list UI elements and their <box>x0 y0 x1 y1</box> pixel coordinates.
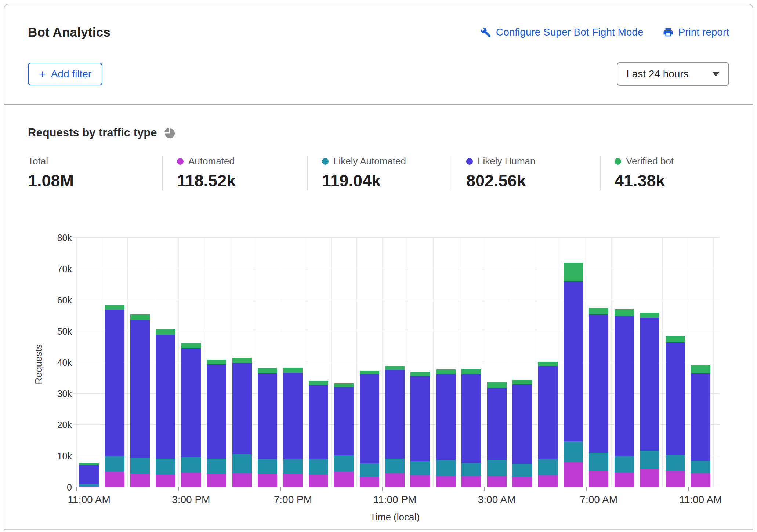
bar-segment-verified-bot[interactable] <box>512 380 532 384</box>
bar-segment-likely-human[interactable] <box>487 388 507 460</box>
stacked-bar[interactable] <box>436 369 456 487</box>
bar-segment-likely-human[interactable] <box>130 320 150 458</box>
bar-segment-automated[interactable] <box>640 469 659 487</box>
bar-segment-automated[interactable] <box>538 475 558 487</box>
bar-segment-likely-human[interactable] <box>640 318 659 450</box>
bar-segment-verified-bot[interactable] <box>666 336 685 342</box>
bar-segment-likely-automated[interactable] <box>258 459 277 474</box>
stacked-bar[interactable] <box>461 369 481 487</box>
bar-segment-likely-automated[interactable] <box>589 453 608 471</box>
bar-segment-verified-bot[interactable] <box>385 366 405 370</box>
bar-segment-likely-human[interactable] <box>334 387 354 455</box>
bar-segment-likely-automated[interactable] <box>691 461 710 473</box>
bar-segment-verified-bot[interactable] <box>615 309 634 316</box>
stacked-bar[interactable] <box>105 305 124 487</box>
bar-segment-verified-bot[interactable] <box>487 382 507 388</box>
bar-segment-likely-human[interactable] <box>181 348 201 458</box>
bar-segment-likely-automated[interactable] <box>130 458 150 473</box>
bar-segment-verified-bot[interactable] <box>589 308 608 314</box>
bar-segment-automated[interactable] <box>156 474 175 487</box>
bar-segment-likely-automated[interactable] <box>564 441 583 462</box>
bar-segment-likely-automated[interactable] <box>487 460 507 476</box>
time-range-select[interactable]: Last 24 hours <box>617 62 729 86</box>
bar-segment-verified-bot[interactable] <box>207 360 226 365</box>
bar-segment-likely-human[interactable] <box>105 310 124 456</box>
bar-segment-automated[interactable] <box>615 472 634 487</box>
bar-segment-automated[interactable] <box>79 486 99 487</box>
stacked-bar[interactable] <box>130 314 150 487</box>
stacked-bar[interactable] <box>691 365 710 487</box>
bar-segment-likely-human[interactable] <box>564 281 583 441</box>
bar-segment-verified-bot[interactable] <box>181 343 201 348</box>
stacked-bar[interactable] <box>512 380 532 487</box>
bar-segment-likely-automated[interactable] <box>385 459 405 473</box>
bar-segment-verified-bot[interactable] <box>130 314 150 320</box>
stacked-bar[interactable] <box>309 381 328 487</box>
bar-segment-likely-human[interactable] <box>79 465 99 485</box>
bar-segment-likely-human[interactable] <box>385 370 405 458</box>
stacked-bar[interactable] <box>410 372 430 487</box>
stacked-bar[interactable] <box>232 358 252 487</box>
bar-segment-likely-human[interactable] <box>589 314 608 453</box>
bar-segment-likely-human[interactable] <box>666 342 685 455</box>
bar-segment-likely-human[interactable] <box>207 364 226 459</box>
bar-segment-automated[interactable] <box>130 474 150 487</box>
bar-segment-verified-bot[interactable] <box>105 305 124 310</box>
bar-segment-verified-bot[interactable] <box>360 371 379 374</box>
bar-segment-automated[interactable] <box>105 471 124 487</box>
bar-segment-automated[interactable] <box>512 477 532 487</box>
bar-segment-likely-automated[interactable] <box>666 455 685 471</box>
bar-segment-automated[interactable] <box>360 477 379 487</box>
bar-segment-automated[interactable] <box>487 476 507 487</box>
bar-segment-automated[interactable] <box>181 473 201 487</box>
bar-segment-verified-bot[interactable] <box>564 263 583 281</box>
bar-segment-likely-human[interactable] <box>309 385 328 459</box>
stacked-bar[interactable] <box>207 360 226 487</box>
stacked-bar[interactable] <box>666 336 685 487</box>
bar-segment-likely-automated[interactable] <box>512 464 532 477</box>
bar-segment-verified-bot[interactable] <box>640 313 659 318</box>
bar-segment-verified-bot[interactable] <box>436 369 456 374</box>
bar-segment-automated[interactable] <box>309 475 328 487</box>
bar-segment-automated[interactable] <box>666 471 685 487</box>
bar-segment-likely-automated[interactable] <box>283 459 303 474</box>
bar-segment-likely-human[interactable] <box>156 335 175 458</box>
bar-segment-automated[interactable] <box>232 473 252 487</box>
bar-segment-verified-bot[interactable] <box>410 372 430 376</box>
bar-segment-automated[interactable] <box>691 473 710 487</box>
stacked-bar[interactable] <box>589 308 608 487</box>
print-report-link[interactable]: Print report <box>663 26 729 38</box>
bar-segment-likely-human[interactable] <box>615 316 634 456</box>
stacked-bar[interactable] <box>258 368 277 487</box>
bar-segment-likely-human[interactable] <box>512 384 532 464</box>
bar-segment-likely-automated[interactable] <box>461 463 481 476</box>
bar-segment-automated[interactable] <box>589 471 608 487</box>
stacked-bar[interactable] <box>79 463 99 487</box>
bar-segment-automated[interactable] <box>385 473 405 487</box>
stacked-bar[interactable] <box>181 343 201 487</box>
bar-segment-likely-automated[interactable] <box>538 459 558 475</box>
configure-super-bot-fight-mode-link[interactable]: Configure Super Bot Fight Mode <box>480 26 644 38</box>
bar-segment-verified-bot[interactable] <box>691 365 710 373</box>
bar-segment-automated[interactable] <box>334 471 354 487</box>
bar-segment-likely-automated[interactable] <box>309 459 328 475</box>
bar-segment-automated[interactable] <box>436 476 456 487</box>
stacked-bar[interactable] <box>156 329 175 487</box>
add-filter-button[interactable]: + Add filter <box>28 63 102 85</box>
bar-segment-automated[interactable] <box>283 474 303 487</box>
stacked-bar[interactable] <box>360 371 379 487</box>
bar-segment-verified-bot[interactable] <box>309 381 328 385</box>
stacked-bar[interactable] <box>615 309 634 487</box>
bar-segment-likely-automated[interactable] <box>207 459 226 474</box>
bar-segment-likely-human[interactable] <box>410 376 430 461</box>
stacked-bar[interactable] <box>334 383 354 487</box>
bar-segment-likely-automated[interactable] <box>181 457 201 473</box>
bar-segment-likely-automated[interactable] <box>360 463 379 477</box>
bar-segment-automated[interactable] <box>410 475 430 487</box>
stacked-bar[interactable] <box>487 382 507 487</box>
bar-segment-likely-human[interactable] <box>436 374 456 460</box>
bar-segment-likely-human[interactable] <box>283 373 303 459</box>
bar-segment-automated[interactable] <box>207 474 226 487</box>
bar-segment-verified-bot[interactable] <box>538 362 558 366</box>
stacked-bar[interactable] <box>640 313 659 487</box>
